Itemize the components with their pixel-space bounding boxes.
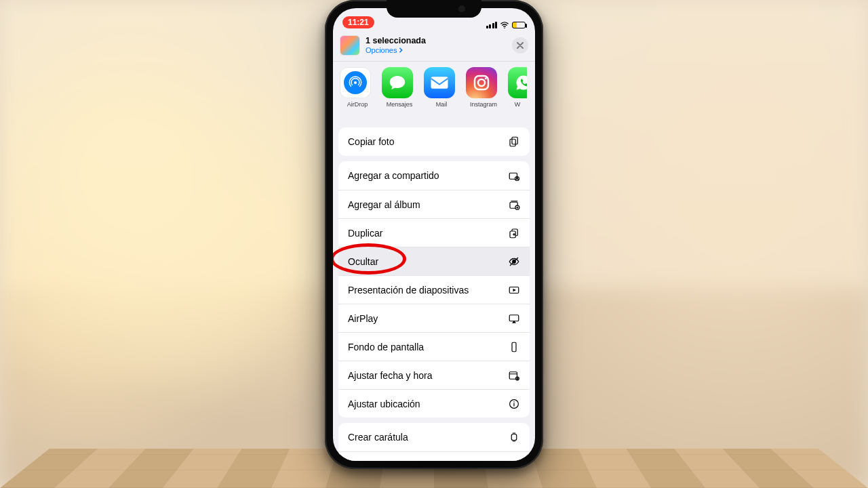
share-apps-row[interactable]: AirDrop Mensajes Mail Instagram (333, 63, 535, 113)
status-right (486, 22, 526, 28)
svg-point-1 (354, 81, 357, 84)
svg-rect-6 (512, 137, 517, 144)
action-create-watchface[interactable]: Crear carátula (338, 423, 530, 451)
actions-group-2: Crear carátula Guardar en Archivos (338, 423, 530, 461)
share-app-messages[interactable]: Mensajes (382, 67, 417, 108)
header-divider (333, 61, 535, 62)
svg-rect-2 (431, 77, 448, 89)
share-app-airdrop[interactable]: AirDrop (340, 67, 375, 108)
action-airplay[interactable]: AirPlay (338, 304, 530, 332)
svg-rect-7 (510, 139, 515, 146)
app-label: Mensajes (382, 101, 417, 108)
messages-icon (382, 67, 413, 98)
svg-point-23 (513, 401, 515, 403)
app-label: Mail (424, 101, 459, 108)
wifi-icon (500, 22, 509, 28)
app-label: W (508, 101, 527, 108)
svg-rect-18 (512, 342, 516, 352)
person-share-icon (508, 169, 520, 182)
svg-point-5 (485, 77, 487, 79)
share-app-instagram[interactable]: Instagram (466, 67, 501, 108)
close-button[interactable] (512, 37, 528, 54)
app-label: AirDrop (340, 101, 375, 108)
whatsapp-icon (508, 67, 527, 98)
action-copy-photo[interactable]: Copiar foto (338, 127, 530, 156)
notch (387, 0, 481, 18)
album-add-icon (508, 199, 520, 211)
instagram-icon (466, 67, 497, 98)
action-add-shared[interactable]: Agregar a compartido (338, 161, 530, 190)
screen: 11:21 1 seleccionada Opciones (333, 8, 535, 461)
action-save-to-files[interactable]: Guardar en Archivos (338, 451, 530, 461)
action-adjust-location[interactable]: Ajustar ubicación (338, 389, 530, 418)
share-header: 1 seleccionada Opciones (333, 31, 535, 58)
watch-icon (508, 431, 520, 443)
airdrop-icon (344, 71, 367, 94)
action-add-album[interactable]: Agregar al álbum (338, 190, 530, 218)
svg-point-20 (515, 377, 519, 380)
action-slideshow[interactable]: Presentación de diapositivas (338, 275, 530, 304)
iphone-mock: 11:21 1 seleccionada Opciones (325, 0, 543, 469)
phone-rect-icon (508, 341, 520, 353)
action-hide[interactable]: Ocultar (338, 247, 530, 275)
svg-point-4 (478, 79, 485, 86)
duplicate-icon (508, 227, 520, 239)
share-title: 1 seleccionada (366, 36, 507, 45)
copy-icon (508, 136, 520, 148)
hide-icon (508, 256, 520, 268)
action-duplicate[interactable]: Duplicar (338, 218, 530, 247)
svg-rect-24 (511, 434, 517, 441)
actions-group-1: Agregar a compartido Agregar al álbum Du… (338, 161, 530, 418)
svg-point-0 (504, 27, 505, 28)
svg-rect-17 (509, 314, 519, 321)
signal-icon (486, 22, 498, 28)
action-wallpaper[interactable]: Fondo de pantalla (338, 332, 530, 361)
battery-icon (512, 22, 526, 28)
action-adjust-datetime[interactable]: Ajustar fecha y hora (338, 361, 530, 389)
calendar-gear-icon (508, 369, 520, 382)
photo-thumbnail[interactable] (340, 35, 360, 56)
options-link[interactable]: Opciones (366, 46, 507, 55)
actions-scroll[interactable]: Copiar foto Agregar a compartido Agregar… (333, 122, 535, 461)
airplay-icon (508, 312, 520, 325)
info-icon (508, 398, 520, 410)
play-rect-icon (508, 284, 520, 296)
mail-icon (424, 67, 455, 98)
actions-group-0: Copiar foto (338, 127, 530, 156)
share-app-whatsapp[interactable]: W (508, 67, 527, 108)
status-time: 11:21 (342, 16, 374, 28)
share-app-mail[interactable]: Mail (424, 67, 459, 108)
app-label: Instagram (466, 101, 501, 108)
